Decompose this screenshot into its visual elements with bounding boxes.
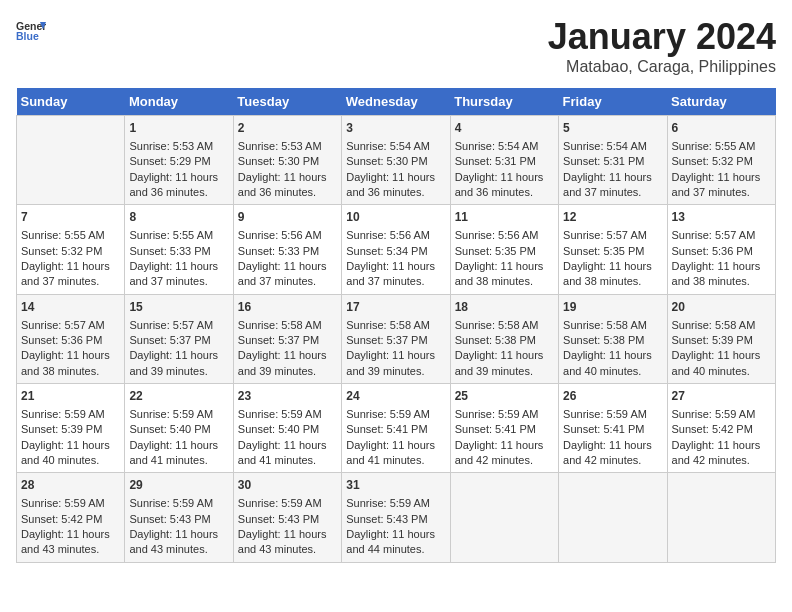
day-info: Sunset: 5:33 PM — [129, 244, 228, 259]
day-info: Sunset: 5:36 PM — [21, 333, 120, 348]
day-info: Daylight: 11 hours — [21, 259, 120, 274]
cell-w1-d4: 4Sunrise: 5:54 AMSunset: 5:31 PMDaylight… — [450, 116, 558, 205]
cell-w2-d2: 9Sunrise: 5:56 AMSunset: 5:33 PMDaylight… — [233, 205, 341, 294]
day-info: Sunrise: 5:58 AM — [563, 318, 662, 333]
day-number: 5 — [563, 120, 662, 137]
title-section: January 2024 Matabao, Caraga, Philippine… — [548, 16, 776, 76]
day-info: Sunrise: 5:58 AM — [238, 318, 337, 333]
day-info: and 41 minutes. — [346, 453, 445, 468]
day-number: 24 — [346, 388, 445, 405]
day-info: Sunset: 5:32 PM — [672, 154, 771, 169]
day-info: Daylight: 11 hours — [346, 527, 445, 542]
day-info: Daylight: 11 hours — [238, 259, 337, 274]
day-info: and 42 minutes. — [563, 453, 662, 468]
day-info: Sunrise: 5:59 AM — [672, 407, 771, 422]
day-info: Daylight: 11 hours — [238, 170, 337, 185]
day-info: Daylight: 11 hours — [672, 170, 771, 185]
cell-w4-d4: 25Sunrise: 5:59 AMSunset: 5:41 PMDayligh… — [450, 384, 558, 473]
day-number: 8 — [129, 209, 228, 226]
day-number: 13 — [672, 209, 771, 226]
day-info: and 43 minutes. — [21, 542, 120, 557]
day-info: and 40 minutes. — [563, 364, 662, 379]
cell-w1-d1: 1Sunrise: 5:53 AMSunset: 5:29 PMDaylight… — [125, 116, 233, 205]
day-info: Sunrise: 5:59 AM — [21, 407, 120, 422]
cell-w3-d1: 15Sunrise: 5:57 AMSunset: 5:37 PMDayligh… — [125, 294, 233, 383]
day-number: 29 — [129, 477, 228, 494]
day-info: Sunset: 5:43 PM — [346, 512, 445, 527]
day-info: and 38 minutes. — [455, 274, 554, 289]
week-row-2: 7Sunrise: 5:55 AMSunset: 5:32 PMDaylight… — [17, 205, 776, 294]
day-info: Sunrise: 5:55 AM — [21, 228, 120, 243]
day-info: and 40 minutes. — [672, 364, 771, 379]
day-info: Daylight: 11 hours — [563, 348, 662, 363]
day-info: Daylight: 11 hours — [563, 438, 662, 453]
day-info: Sunset: 5:41 PM — [346, 422, 445, 437]
day-info: Sunset: 5:42 PM — [672, 422, 771, 437]
day-number: 18 — [455, 299, 554, 316]
cell-w5-d5 — [559, 473, 667, 562]
day-info: Sunrise: 5:54 AM — [455, 139, 554, 154]
day-info: Daylight: 11 hours — [455, 438, 554, 453]
col-friday: Friday — [559, 88, 667, 116]
day-info: Sunrise: 5:59 AM — [346, 496, 445, 511]
day-info: Sunrise: 5:54 AM — [563, 139, 662, 154]
day-info: and 43 minutes. — [129, 542, 228, 557]
col-wednesday: Wednesday — [342, 88, 450, 116]
day-info: Sunrise: 5:54 AM — [346, 139, 445, 154]
day-info: Sunset: 5:37 PM — [129, 333, 228, 348]
day-info: and 37 minutes. — [238, 274, 337, 289]
day-info: Sunrise: 5:56 AM — [455, 228, 554, 243]
day-info: Sunset: 5:31 PM — [455, 154, 554, 169]
day-info: and 38 minutes. — [21, 364, 120, 379]
cell-w1-d0 — [17, 116, 125, 205]
day-info: Sunset: 5:37 PM — [346, 333, 445, 348]
day-info: Daylight: 11 hours — [672, 259, 771, 274]
day-info: and 36 minutes. — [455, 185, 554, 200]
cell-w5-d0: 28Sunrise: 5:59 AMSunset: 5:42 PMDayligh… — [17, 473, 125, 562]
day-info: Daylight: 11 hours — [21, 438, 120, 453]
day-info: Sunrise: 5:58 AM — [346, 318, 445, 333]
cell-w2-d6: 13Sunrise: 5:57 AMSunset: 5:36 PMDayligh… — [667, 205, 775, 294]
cell-w4-d6: 27Sunrise: 5:59 AMSunset: 5:42 PMDayligh… — [667, 384, 775, 473]
day-info: Daylight: 11 hours — [129, 170, 228, 185]
day-info: and 40 minutes. — [21, 453, 120, 468]
day-number: 11 — [455, 209, 554, 226]
col-monday: Monday — [125, 88, 233, 116]
day-info: Sunset: 5:41 PM — [563, 422, 662, 437]
day-info: Sunrise: 5:53 AM — [238, 139, 337, 154]
cell-w4-d5: 26Sunrise: 5:59 AMSunset: 5:41 PMDayligh… — [559, 384, 667, 473]
day-info: Sunset: 5:43 PM — [129, 512, 228, 527]
cell-w4-d3: 24Sunrise: 5:59 AMSunset: 5:41 PMDayligh… — [342, 384, 450, 473]
day-info: Daylight: 11 hours — [238, 348, 337, 363]
col-saturday: Saturday — [667, 88, 775, 116]
day-number: 22 — [129, 388, 228, 405]
day-number: 25 — [455, 388, 554, 405]
day-number: 12 — [563, 209, 662, 226]
cell-w3-d5: 19Sunrise: 5:58 AMSunset: 5:38 PMDayligh… — [559, 294, 667, 383]
day-info: Daylight: 11 hours — [129, 527, 228, 542]
col-sunday: Sunday — [17, 88, 125, 116]
day-info: and 36 minutes. — [346, 185, 445, 200]
day-number: 28 — [21, 477, 120, 494]
day-number: 3 — [346, 120, 445, 137]
day-number: 10 — [346, 209, 445, 226]
day-info: Sunrise: 5:58 AM — [455, 318, 554, 333]
cell-w1-d3: 3Sunrise: 5:54 AMSunset: 5:30 PMDaylight… — [342, 116, 450, 205]
day-info: Sunrise: 5:59 AM — [238, 407, 337, 422]
day-info: Daylight: 11 hours — [455, 348, 554, 363]
day-info: Sunset: 5:32 PM — [21, 244, 120, 259]
day-info: Daylight: 11 hours — [129, 259, 228, 274]
day-info: and 39 minutes. — [346, 364, 445, 379]
page-title: January 2024 — [548, 16, 776, 58]
day-info: and 38 minutes. — [563, 274, 662, 289]
day-info: Sunrise: 5:59 AM — [21, 496, 120, 511]
day-info: Sunset: 5:40 PM — [238, 422, 337, 437]
day-info: and 43 minutes. — [238, 542, 337, 557]
day-number: 4 — [455, 120, 554, 137]
cell-w1-d5: 5Sunrise: 5:54 AMSunset: 5:31 PMDaylight… — [559, 116, 667, 205]
logo: General Blue — [16, 16, 46, 46]
day-info: Daylight: 11 hours — [563, 259, 662, 274]
cell-w2-d1: 8Sunrise: 5:55 AMSunset: 5:33 PMDaylight… — [125, 205, 233, 294]
cell-w2-d3: 10Sunrise: 5:56 AMSunset: 5:34 PMDayligh… — [342, 205, 450, 294]
cell-w5-d3: 31Sunrise: 5:59 AMSunset: 5:43 PMDayligh… — [342, 473, 450, 562]
